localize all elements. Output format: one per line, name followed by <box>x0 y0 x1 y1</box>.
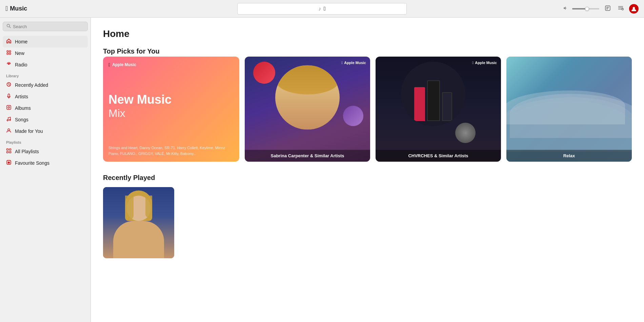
apple-logo-small:  <box>108 62 110 67</box>
queue-button[interactable] <box>616 4 625 14</box>
band-figures <box>414 80 452 126</box>
favourite-songs-label: Favourite Songs <box>15 160 49 166</box>
recently-played-card-1[interactable] <box>103 187 174 258</box>
sidebar-item-radio[interactable]: Radio <box>3 59 88 71</box>
volume-fill <box>572 8 587 9</box>
artist-main-circle <box>275 65 340 130</box>
card-sabrina[interactable]:  Apple Music <box>245 57 370 162</box>
card-title-line1: New Music <box>108 93 234 106</box>
svg-line-16 <box>9 27 11 28</box>
apple-music-badge: Apple Music <box>112 62 136 67</box>
queue-icon <box>618 5 624 11</box>
card-chvrches-header:  Apple Music <box>472 61 497 65</box>
top-picks-section: Top Picks for You  Apple Music New Musi… <box>103 47 632 162</box>
app-name: Music <box>10 5 27 12</box>
sidebar-item-recently-added[interactable]: Recently Added <box>3 79 88 91</box>
apple-center-icon:  <box>324 6 326 12</box>
radio-icon <box>6 61 12 68</box>
sidebar-item-made-for-you[interactable]: Made for You <box>3 125 88 137</box>
song-display: ♪  <box>237 3 407 15</box>
star-icon <box>6 160 12 165</box>
person-figure <box>112 190 166 258</box>
home-icon <box>6 38 12 45</box>
svg-rect-29 <box>9 149 11 150</box>
small-circle-chvrches <box>455 123 476 143</box>
recently-added-icon <box>6 82 12 88</box>
svg-point-27 <box>8 129 10 131</box>
artists-icon <box>6 93 12 100</box>
card-new-music-mix[interactable]:  Apple Music New Music Mix Strings and … <box>103 57 239 162</box>
home-shape-icon <box>6 38 12 44</box>
card-bottom-label: Sabrina Carpenter & Similar Artists <box>245 150 370 162</box>
magnifier-icon <box>6 24 11 28</box>
recently-played-section: Recently Played <box>103 174 632 258</box>
card-title-line2: Mix <box>108 107 234 120</box>
search-icon <box>6 24 11 29</box>
made-for-you-icon <box>6 128 12 135</box>
band-visual <box>401 62 476 143</box>
main-layout: Home New Radio <box>0 18 644 322</box>
library-section-label: Library <box>3 71 88 79</box>
wave-layer-4 <box>506 90 625 124</box>
grid-icon <box>6 50 12 55</box>
sidebar-item-all-playlists[interactable]: All Playlists <box>3 146 88 157</box>
grid-small-icon <box>6 148 12 154</box>
content-area: Home Top Picks for You  Apple Music New… <box>91 18 644 322</box>
new-icon <box>6 50 12 57</box>
small-circle-purple <box>343 106 363 126</box>
volume-icon <box>563 6 568 12</box>
home-label: Home <box>15 39 27 44</box>
top-picks-title: Top Picks for You <box>103 47 632 55</box>
svg-rect-20 <box>9 53 11 55</box>
person-icon <box>6 128 12 133</box>
top-bar:  Music <box>0 0 644 18</box>
svg-rect-28 <box>7 149 8 150</box>
svg-rect-23 <box>7 105 11 109</box>
sidebar-item-artists[interactable]: Artists <box>3 91 88 102</box>
svg-rect-30 <box>7 152 8 153</box>
svg-marker-5 <box>564 6 566 10</box>
hair-top <box>275 65 340 95</box>
all-playlists-icon <box>6 148 12 155</box>
sidebar: Home New Radio <box>0 18 91 322</box>
app-logo:  Music <box>5 5 94 13</box>
made-for-you-label: Made for You <box>15 128 43 134</box>
favourite-songs-icon <box>6 160 12 166</box>
svg-point-21 <box>8 63 9 65</box>
chvrches-bottom-label: CHVRCHES & Similar Artists <box>376 150 501 162</box>
top-picks-cards:  Apple Music New Music Mix Strings and … <box>103 57 632 162</box>
recently-added-label: Recently Added <box>15 82 48 88</box>
card-relax[interactable]:  Apple Music Relax <box>506 57 632 162</box>
svg-rect-19 <box>7 53 8 55</box>
figure-2 <box>427 80 440 121</box>
speaker-icon <box>563 6 568 11</box>
chvrches-badge-text: Apple Music <box>475 61 497 65</box>
card-badge:  Apple Music <box>108 62 234 67</box>
search-box[interactable] <box>3 22 88 31</box>
songs-icon <box>6 116 12 123</box>
sidebar-item-albums[interactable]: Albums <box>3 102 88 114</box>
songs-label: Songs <box>15 117 28 122</box>
volume-slider[interactable] <box>572 8 599 9</box>
figure-3 <box>442 92 452 121</box>
note-icon <box>6 116 12 122</box>
sidebar-item-new[interactable]: New <box>3 47 88 59</box>
lyrics-button[interactable] <box>603 4 612 14</box>
page-title: Home <box>103 28 632 39</box>
search-input[interactable] <box>13 24 84 29</box>
sidebar-item-favourite-songs[interactable]: Favourite Songs <box>3 157 88 169</box>
hair-left <box>125 196 134 219</box>
card-chvrches[interactable]:  Apple Music CHVRCHES & <box>376 57 501 162</box>
artists-label: Artists <box>15 94 28 99</box>
card-subtitle: Strings and Heart, Danny Ocean, SR-71, H… <box>108 145 234 156</box>
all-playlists-label: All Playlists <box>15 149 39 154</box>
svg-point-24 <box>8 107 10 108</box>
profile-avatar[interactable] <box>629 4 639 14</box>
radio-shape-icon <box>6 61 12 67</box>
small-circle-red <box>253 62 275 84</box>
albums-label: Albums <box>15 105 31 111</box>
radio-label: Radio <box>15 62 27 67</box>
figure-1 <box>414 87 425 121</box>
sidebar-item-home[interactable]: Home <box>3 36 88 47</box>
sidebar-item-songs[interactable]: Songs <box>3 114 88 125</box>
